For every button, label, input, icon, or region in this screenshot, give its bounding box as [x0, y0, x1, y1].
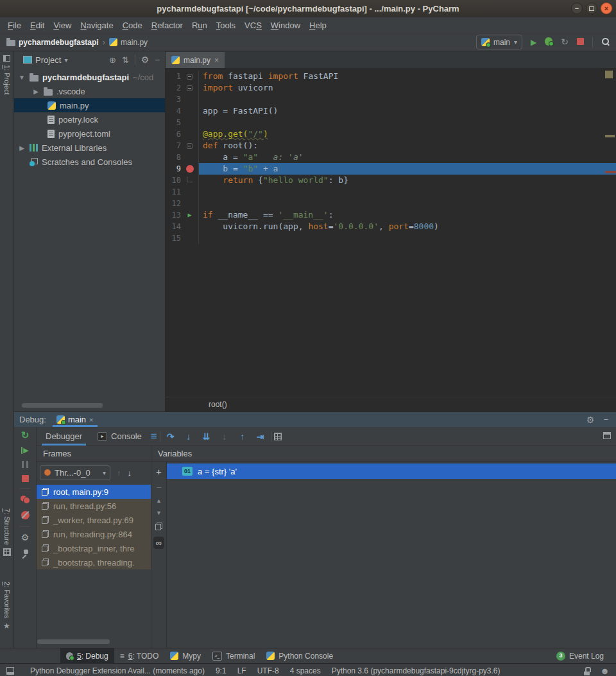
chevron-right-icon[interactable]: ▶ [32, 88, 40, 95]
project-tree-item-main.py[interactable]: main.py [14, 98, 165, 112]
menu-help[interactable]: Help [305, 21, 331, 30]
pin-icon[interactable] [21, 549, 29, 557]
project-view-title[interactable]: Project [35, 55, 61, 65]
step-into-button[interactable]: ↓ [181, 431, 196, 442]
resume-icon[interactable]: ▶ [21, 447, 28, 454]
hide-icon[interactable]: − [155, 56, 160, 64]
project-hscrollbar[interactable] [22, 403, 103, 408]
maximize-button[interactable] [586, 3, 597, 14]
mute-breakpoints-icon[interactable] [21, 511, 30, 519]
frame-row[interactable]: run, threading.py:864 [37, 527, 151, 541]
stop-button[interactable] [577, 38, 584, 47]
status-item[interactable]: 9:1 [216, 666, 227, 675]
tool-stripe-project[interactable]: 1: Project [0, 55, 13, 94]
toolwindow-button-mypy[interactable]: Mypy [164, 648, 207, 663]
step-over-button[interactable]: ↷ [163, 431, 178, 442]
chevron-down-icon[interactable]: ▼ [18, 74, 26, 81]
hide-icon[interactable]: − [603, 415, 608, 424]
menu-window[interactable]: Window [266, 21, 305, 30]
project-tree-item-pycharmdebugfastapi[interactable]: ▼pycharmdebugfastapi ~/cod [14, 70, 165, 84]
menu-run[interactable]: Run [187, 21, 212, 30]
debug-icon[interactable] [545, 37, 552, 46]
breadcrumb-scope[interactable]: root() [209, 400, 227, 409]
breakpoint-icon[interactable] [186, 165, 194, 173]
search-button[interactable] [601, 37, 610, 48]
up-icon[interactable]: ▲ [156, 498, 162, 504]
add-icon[interactable]: + [156, 467, 162, 476]
status-item[interactable]: 4 spaces [290, 666, 321, 675]
fold-icon[interactable] [187, 74, 193, 80]
fold-end-icon[interactable] [187, 177, 193, 182]
status-item[interactable]: LF [237, 666, 246, 675]
thread-select[interactable]: Thr...-0_0 ▾ [40, 465, 110, 480]
minimize-button[interactable]: − [571, 3, 583, 14]
frame-row[interactable]: run, thread.py:56 [37, 499, 151, 513]
close-icon[interactable]: × [214, 56, 219, 65]
close-button[interactable]: × [601, 3, 612, 14]
menu-navigate[interactable]: Navigate [76, 21, 117, 30]
stop-icon[interactable] [577, 38, 584, 45]
step-out-button[interactable]: ↑ [235, 431, 250, 442]
frame-row[interactable]: _bootstrap_inner, thre [37, 541, 151, 555]
status-message[interactable]: Python Debugger Extension Avail... (mome… [30, 666, 205, 675]
menu-edit[interactable]: Edit [26, 21, 49, 30]
coverage-icon[interactable]: ↻ [561, 37, 569, 46]
run-button[interactable]: ▶ [531, 38, 536, 47]
breadcrumb-item-main.py[interactable]: main.py [109, 38, 148, 47]
toolwindow-button-5-debug[interactable]: 5: Debug [60, 648, 114, 663]
frames-hscrollbar[interactable] [37, 639, 110, 644]
project-tree-item-pyproject.toml[interactable]: pyproject.toml [14, 126, 165, 141]
force-step-into-button[interactable]: ↓ [217, 431, 232, 442]
project-tree-item-poetry.lock[interactable]: poetry.lock [14, 112, 165, 126]
breakpoint-stripe-marker[interactable] [605, 171, 616, 173]
frame-row[interactable]: _bootstrap, threading. [37, 555, 151, 569]
settings-icon[interactable]: ⚙ [141, 55, 150, 64]
lock-icon[interactable] [584, 667, 591, 675]
next-frame-button[interactable]: ↓ [128, 468, 132, 478]
menu-view[interactable]: View [49, 21, 76, 30]
variable-row[interactable]: 01 a = {str} 'a' [167, 464, 616, 479]
toolwindow-button-6-todo[interactable]: ≡6: TODO [114, 648, 165, 663]
rerun-icon[interactable]: ↻ [21, 430, 30, 440]
step-into-my-code-button[interactable]: ⇊ [199, 431, 214, 442]
remove-icon[interactable]: − [156, 483, 161, 492]
debug-session-tab[interactable]: main × [53, 412, 98, 427]
view-breakpoints-icon[interactable] [21, 496, 30, 504]
warning-stripe-marker[interactable] [605, 135, 615, 137]
run-icon[interactable]: ▶ [531, 39, 536, 46]
previous-frame-button[interactable]: ↑ [117, 468, 121, 478]
pause-icon[interactable] [22, 461, 28, 468]
toolwindow-button-terminal[interactable]: Terminal [207, 648, 261, 663]
tool-stripe-favorites[interactable]: 2: Favorites ★ [0, 582, 13, 630]
status-item[interactable]: UTF-8 [257, 666, 279, 675]
menu-vcs[interactable]: VCS [240, 21, 266, 30]
run-to-cursor-button[interactable]: ⇥ [253, 431, 268, 442]
search-icon[interactable] [601, 37, 610, 46]
editor-tab-main-py[interactable]: main.py × [166, 52, 225, 68]
status-item[interactable]: Python 3.6 (pycharmdebugfastapi-9cdjtyrg… [332, 666, 501, 675]
coverage-button[interactable]: ↻ [561, 37, 569, 47]
project-tree-item-External Libraries[interactable]: ▶External Libraries [14, 141, 165, 155]
project-tree-item-Scratches and Consoles[interactable]: Scratches and Consoles [14, 155, 165, 169]
fold-icon[interactable] [187, 143, 193, 149]
collapse-all-icon[interactable]: ⇅ [122, 56, 129, 64]
settings-icon[interactable]: ⚙ [586, 415, 595, 424]
project-tree-item-.vscode[interactable]: ▶.vscode [14, 84, 165, 98]
menu-refactor[interactable]: Refactor [147, 21, 187, 30]
menu-file[interactable]: File [3, 21, 26, 30]
menu-code[interactable]: Code [118, 21, 147, 30]
fold-icon[interactable] [187, 85, 193, 91]
tool-stripe-structure[interactable]: 7: Structure [0, 508, 13, 556]
chevron-right-icon[interactable]: ▶ [18, 144, 26, 152]
debug-tab-console[interactable]: Console [91, 427, 148, 446]
run-gutter-icon[interactable]: ▶ [187, 209, 191, 221]
frame-row[interactable]: root, main.py:9 [37, 485, 151, 499]
toolwindow-toggle-icon[interactable] [6, 667, 14, 675]
toolwindow-button-python-console[interactable]: Python Console [261, 648, 339, 663]
close-icon[interactable]: × [89, 416, 93, 424]
debug-button[interactable] [545, 37, 552, 48]
down-icon[interactable]: ▼ [156, 510, 162, 516]
locate-icon[interactable]: ⊕ [109, 56, 116, 64]
hector-inspections-icon[interactable]: ☻ [600, 666, 610, 676]
editor-code-area[interactable]: 1from fastapi import FastAPI2import uvic… [166, 68, 616, 397]
